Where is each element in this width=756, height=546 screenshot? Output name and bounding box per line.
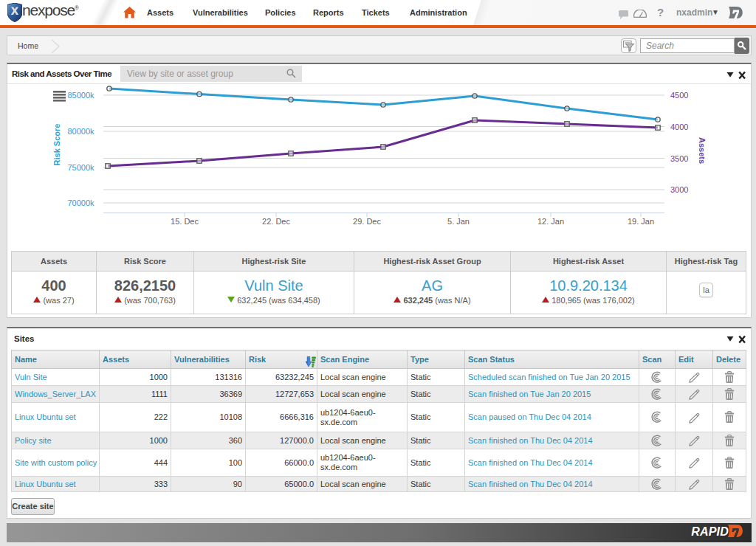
svg-text:3500: 3500	[670, 154, 688, 163]
svg-text:75000k: 75000k	[67, 163, 94, 172]
svg-text:4000: 4000	[670, 122, 688, 131]
svg-text:22. Dec: 22. Dec	[262, 217, 290, 226]
svg-text:70000k: 70000k	[67, 198, 94, 207]
svg-text:19. Jan: 19. Jan	[628, 217, 654, 226]
svg-text:4500: 4500	[670, 91, 688, 100]
svg-text:85000k: 85000k	[67, 91, 94, 100]
svg-text:5. Jan: 5. Jan	[447, 217, 470, 226]
svg-text:12. Jan: 12. Jan	[537, 217, 564, 226]
svg-text:Risk Score: Risk Score	[52, 124, 61, 166]
svg-text:Assets: Assets	[698, 137, 707, 164]
svg-text:3000: 3000	[670, 185, 688, 194]
svg-text:15. Dec: 15. Dec	[171, 217, 199, 226]
svg-text:80000k: 80000k	[67, 127, 94, 136]
svg-text:29. Dec: 29. Dec	[353, 217, 381, 226]
